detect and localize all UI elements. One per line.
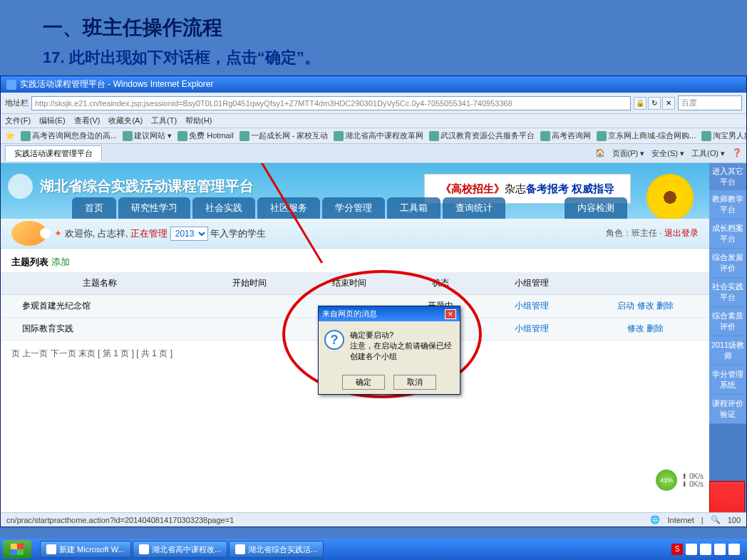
logo-icon [8, 174, 33, 199]
nav-credits[interactable]: 学分管理 [322, 197, 385, 219]
search-input[interactable]: 百度 [678, 95, 742, 110]
page-content: 湖北省综合实践活动课程管理平台 《高校招生》 杂志 备考报考 权威指导 首页 研… [1, 163, 746, 512]
welcome-bar: ✦ 欢迎你, 占志祥, 正在管理 2013 年入学的学生 角色：班主任 · 退出… [1, 219, 709, 249]
col-end: 结束时间 [299, 272, 399, 295]
col-start: 开始时间 [199, 272, 299, 295]
ie-statusbar: cn/prac/startpracthome.action?id=2014040… [1, 512, 746, 527]
group-manage-link[interactable]: 小组管理 [515, 301, 549, 311]
row-actions[interactable]: 修改 删除 [627, 323, 664, 333]
menu-help[interactable]: 帮助(H) [185, 115, 212, 126]
site-icon [123, 131, 133, 141]
zoom-icon[interactable]: 🔍 [711, 515, 721, 524]
tray-icon[interactable] [714, 544, 726, 555]
menu-view[interactable]: 查看(V) [74, 115, 101, 126]
sidebar-item[interactable]: 学分管理系统 [709, 365, 746, 395]
ok-button[interactable]: 确定 [342, 375, 385, 390]
site-icon [177, 131, 187, 141]
row-actions[interactable]: 启动 修改 删除 [617, 301, 674, 311]
nav-toolbox[interactable]: 工具箱 [387, 197, 441, 219]
dialog-message: 确定要启动? 注意，在启动之前请确保已经创建各个小组 [350, 330, 454, 362]
fav-item[interactable]: 淘宝男人频道-淘宝网最... [701, 130, 746, 141]
fav-item[interactable]: 高考咨询网您身边的高... [21, 130, 117, 141]
active-tab[interactable]: 实践活动课程管理平台 [5, 145, 102, 161]
year-select[interactable]: 2013 [170, 227, 208, 241]
sidebar-item[interactable]: 社会实践平台 [709, 278, 746, 307]
menu-tools[interactable]: 工具(T) [151, 115, 177, 126]
tray-icon[interactable] [686, 544, 697, 555]
start-button[interactable] [3, 540, 31, 559]
sidebar-header: 进入其它平台 [709, 163, 746, 190]
lock-icon[interactable]: 🔒 [634, 97, 646, 110]
fav-item[interactable]: 高考咨询网 [540, 130, 591, 141]
fav-item[interactable]: 免费 Hotmail [177, 130, 233, 141]
question-icon: ? [324, 330, 344, 350]
dialog-body: ? 确定要启动? 注意，在启动之前请确保已经创建各个小组 [319, 321, 460, 370]
status-url: cn/prac/startpracthome.action?id=2014040… [6, 516, 234, 524]
col-name: 主题名称 [1, 272, 199, 295]
sidebar-item[interactable]: 综合发展评价 [709, 249, 746, 278]
fav-item[interactable]: 湖北省高中课程改革网 [334, 130, 423, 141]
nav-community[interactable]: 社区服务 [257, 197, 320, 219]
tool-page[interactable]: 页面(P) ▾ [612, 148, 645, 159]
col-group: 小组管理 [482, 272, 582, 295]
nav-research[interactable]: 研究性学习 [118, 197, 190, 219]
menu-favorites[interactable]: 收藏夹(A) [108, 115, 143, 126]
sidebar-item[interactable]: 2011级教师 [709, 336, 746, 365]
site-icon [701, 131, 711, 141]
add-topic-link[interactable]: 添加 [51, 256, 70, 267]
refresh-icon[interactable]: ↻ [648, 97, 661, 110]
group-manage-link[interactable]: 小组管理 [515, 323, 549, 333]
speed-indicator: 41% ⬆ 0K/s ⬇ 0K/s [656, 470, 704, 491]
status-internet: Internet [667, 516, 694, 524]
fav-item[interactable]: 建议网站 ▾ [123, 130, 172, 141]
taskbar-item[interactable]: 新建 Microsoft W... [40, 541, 131, 558]
fav-item[interactable]: 一起成长网 - 家校互动 [239, 130, 329, 141]
stop-icon[interactable]: ✕ [662, 97, 675, 110]
speed-badge[interactable]: 41% [656, 470, 677, 491]
windows-taskbar: 新建 Microsoft W... 湖北省高中课程改... 湖北省综合实践活..… [0, 539, 747, 560]
word-icon [46, 544, 56, 554]
tab-tools: 🏠 页面(P) ▾ 安全(S) ▾ 工具(O) ▾ ❓ [595, 148, 742, 159]
site-icon [21, 131, 31, 141]
sidebar-item[interactable]: 课程评价验证 [709, 395, 746, 424]
tool-help-icon[interactable]: ❓ [732, 148, 742, 159]
menu-edit[interactable]: 编辑(E) [39, 115, 66, 126]
taskbar-item[interactable]: 湖北省综合实践活... [229, 541, 324, 558]
sidebar-item[interactable]: 综合素质评价 [709, 307, 746, 336]
menu-file[interactable]: 文件(F) [5, 115, 31, 126]
tray-icon[interactable] [700, 544, 711, 555]
sidebar-item[interactable]: 成长档案平台 [709, 219, 746, 249]
sidebar-item[interactable]: 教师教学平台 [709, 190, 746, 219]
confirm-dialog: 来自网页的消息 ✕ ? 确定要启动? 注意，在启动之前请确保已经创建各个小组 确… [318, 306, 460, 395]
tool-safety[interactable]: 安全(S) ▾ [651, 148, 684, 159]
fav-item[interactable]: 武汉教育资源公共服务平台 [429, 130, 535, 141]
nav-content-check[interactable]: 内容检测 [565, 197, 627, 219]
sidebar-ad[interactable]: 最权威 [709, 481, 745, 512]
nav-query[interactable]: 查询统计 [443, 197, 505, 219]
window-title: 实践活动课程管理平台 - Windows Internet Explorer [20, 78, 213, 90]
system-tray: S [667, 544, 744, 555]
logout-link[interactable]: 退出登录 [664, 228, 699, 238]
nav-social[interactable]: 社会实践 [192, 197, 255, 219]
ie-icon [6, 80, 16, 90]
fav-item[interactable]: 京东网上商城-综合网购... [597, 130, 696, 141]
windows-flag-icon [11, 544, 24, 555]
fav-star-icon[interactable]: ⭐ [5, 131, 15, 140]
taskbar-item[interactable]: 湖北省高中课程改... [133, 541, 227, 558]
globe-icon: 🌐 [650, 515, 660, 524]
site-icon [334, 131, 344, 141]
site-icon [597, 131, 607, 141]
favorites-bar: ⭐ 高考咨询网您身边的高... 建议网站 ▾ 免费 Hotmail 一起成长网 … [1, 128, 746, 144]
tool-home-icon[interactable]: 🏠 [595, 148, 605, 159]
speed-values: ⬆ 0K/s ⬇ 0K/s [681, 472, 704, 488]
url-input[interactable]: http://sksjk.e21.cn/teaindex.jsp;jsessio… [31, 96, 631, 110]
tray-icon[interactable]: S [671, 544, 683, 555]
status-zoom[interactable]: 100 [728, 516, 741, 524]
tool-tools[interactable]: 工具(O) ▾ [691, 148, 725, 159]
cancel-button[interactable]: 取消 [393, 375, 436, 390]
tray-icon[interactable] [728, 544, 740, 555]
dialog-titlebar[interactable]: 来自网页的消息 ✕ [319, 306, 460, 321]
close-icon[interactable]: ✕ [445, 309, 456, 319]
nav-home[interactable]: 首页 [72, 197, 116, 219]
cell-name: 国际教育实践 [1, 318, 199, 341]
